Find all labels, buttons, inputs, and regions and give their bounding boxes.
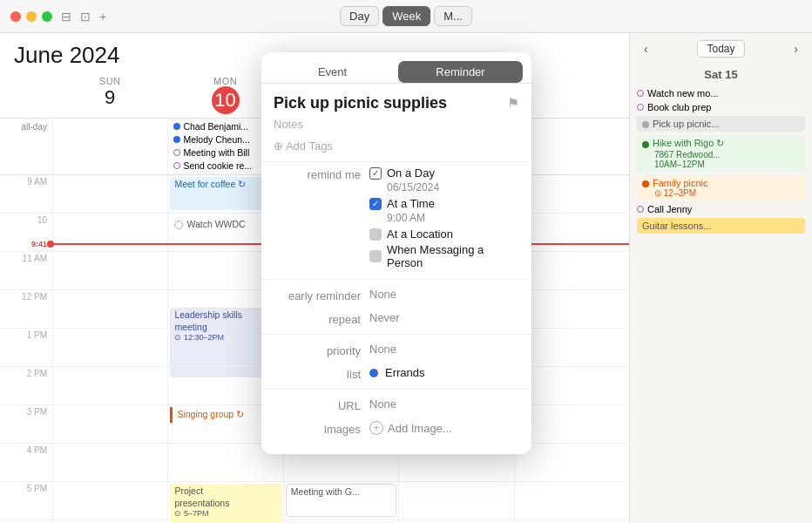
on-a-day-checkbox[interactable]: ✓ (369, 167, 382, 180)
year-label: 2024 (70, 42, 120, 68)
list-name: Errands (385, 366, 425, 379)
sidebar-day-header: Sat 15 (630, 65, 812, 85)
sidebar-events: Watch new mo... Book club prep Pick up p… (630, 85, 812, 523)
add-image-icon: + (369, 421, 383, 435)
at-a-time-checkbox[interactable]: ✓ (369, 198, 382, 210)
popup-tags-label[interactable]: ⊕ Add Tags (261, 138, 531, 162)
event-label: Guitar lessons... (642, 221, 711, 231)
event-time: ⊙ 5–7PM (174, 509, 276, 520)
event-dot (637, 206, 644, 213)
field-value-repeat[interactable]: Never (369, 311, 519, 324)
time-12pm: 12 PM (0, 290, 52, 329)
event-dot (637, 104, 644, 111)
event-dot (642, 141, 649, 148)
time-2pm: 2 PM (0, 367, 52, 405)
day-view-button[interactable]: Day (340, 6, 379, 26)
next-month-button[interactable]: › (788, 40, 803, 58)
popup-title-row: Pick up picnic supplies ⚑ (261, 84, 531, 116)
prev-month-button[interactable]: ‹ (639, 40, 653, 58)
time-11am: 11 AM (0, 252, 52, 290)
col-mon-5: Projectpresentations ⊙ 5–7PM (167, 482, 282, 520)
sidebar-event-watch[interactable]: Watch new mo... (637, 88, 805, 98)
field-value-early[interactable]: None (369, 288, 519, 301)
popup-field-early: early reminder None (261, 283, 531, 307)
time-4pm: 4 PM (0, 444, 52, 482)
on-a-day-date: 06/15/2024 (387, 181, 519, 194)
inbox-icon[interactable]: ⊡ (80, 10, 91, 24)
event-meeting-g[interactable]: Meeting with G... (286, 484, 396, 517)
sidebar-event-bookclub[interactable]: Book club prep (637, 102, 805, 112)
event-dot (173, 149, 180, 156)
at-location-label: At a Location (387, 228, 453, 241)
event-dot (637, 90, 644, 97)
field-label-remind: remind me (274, 166, 369, 181)
tab-event[interactable]: Event (270, 61, 395, 83)
col-sun-5 (52, 482, 167, 520)
reminder-popup: Event Reminder Pick up picnic supplies ⚑… (261, 52, 531, 454)
minimize-button[interactable] (26, 11, 37, 22)
divider-3 (261, 389, 531, 390)
on-a-day-row: ✓ On a Day (369, 166, 519, 180)
field-value-url[interactable]: None (369, 397, 519, 411)
today-button[interactable]: Today (697, 40, 744, 58)
event-label: Call Jenny (647, 204, 692, 214)
field-value-list[interactable]: Errands (369, 366, 519, 379)
maximize-button[interactable] (42, 11, 52, 22)
popup-field-url: URL None (261, 393, 531, 417)
sidebar-event-guitar[interactable]: Guitar lessons... (637, 218, 805, 234)
event-label: Singing group ↻ (177, 409, 244, 419)
traffic-lights (10, 11, 52, 22)
when-messaging-row: When Messaging a Person (369, 243, 519, 269)
popup-field-list: list Errands (261, 362, 531, 385)
sidebar-event-hike[interactable]: Hike with Rigo ↻ 7867 Redwood... 10AM–12… (637, 135, 805, 172)
field-label-priority: priority (274, 343, 369, 357)
field-label-list: list (274, 366, 369, 381)
event-project[interactable]: Projectpresentations ⊙ 5–7PM (170, 484, 281, 523)
event-location: 7867 Redwood... (654, 150, 800, 160)
col-sat-4 (514, 444, 629, 482)
sidebar-icon[interactable]: ⊟ (61, 10, 71, 24)
event-label: Watch new mo... (647, 88, 719, 98)
sidebar-event-picnic[interactable]: Pick up picnic... (637, 116, 805, 132)
field-value-priority[interactable]: None (369, 343, 519, 356)
event-dot (174, 221, 183, 229)
sidebar-event-family-picnic[interactable]: Family picnic ⊙ 12–3PM (637, 175, 805, 200)
event-label: Melody Cheun... (183, 134, 249, 145)
at-a-time-row: ✓ At a Time (369, 197, 519, 210)
on-a-day-label: On a Day (387, 166, 435, 180)
event-label: Family picnic (653, 178, 708, 188)
add-image-label: Add Image... (388, 422, 452, 435)
at-location-checkbox[interactable] (369, 228, 382, 241)
month-view-button[interactable]: M... (434, 6, 472, 26)
title-bar: ⊟ ⊡ + Day Week M... (0, 0, 812, 33)
popup-field-repeat: repeat Never (261, 307, 531, 330)
time-5pm: 5 PM (0, 482, 52, 520)
when-messaging-checkbox[interactable] (369, 250, 382, 262)
field-value-images[interactable]: + Add Image... (369, 421, 519, 435)
close-button[interactable] (10, 11, 21, 22)
col-tue-5: Meeting with G... (283, 482, 398, 520)
event-dot (642, 121, 649, 128)
popup-notes-label[interactable]: Notes (261, 116, 531, 138)
popup-field-remind: remind me ✓ On a Day 06/15/2024 ✓ At a T… (261, 162, 531, 275)
event-dot (642, 180, 649, 187)
sidebar-event-call-jenny[interactable]: Call Jenny (637, 204, 805, 214)
add-icon[interactable]: + (99, 10, 106, 24)
event-label: Book club prep (647, 102, 711, 112)
col-sun-12 (52, 290, 167, 329)
flag-icon[interactable]: ⚑ (507, 95, 519, 112)
event-dot (173, 136, 180, 143)
col-sun-4 (52, 444, 167, 482)
event-time: ⊙ 12–3PM (654, 188, 800, 198)
tab-reminder[interactable]: Reminder (398, 61, 523, 83)
current-time-dot (47, 241, 54, 248)
col-sun-11 (52, 252, 167, 290)
event-dot (173, 162, 180, 169)
week-view-button[interactable]: Week (382, 6, 430, 26)
day-header-sun: SUN 9 (52, 72, 167, 118)
event-label: Projectpresentations (174, 486, 276, 509)
month-label: June (14, 42, 63, 68)
popup-field-priority: priority None (261, 338, 531, 362)
field-label-early: early reminder (274, 288, 369, 302)
all-day-sun (52, 119, 167, 174)
